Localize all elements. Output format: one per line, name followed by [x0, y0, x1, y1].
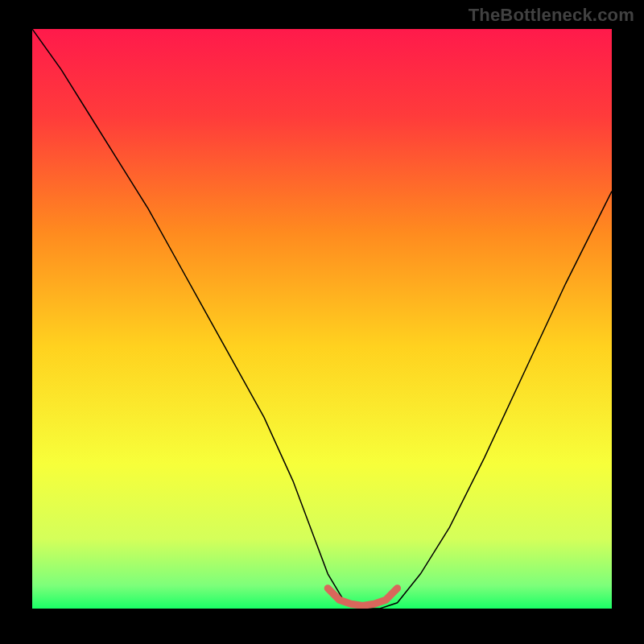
- watermark-label: TheBottleneck.com: [469, 5, 634, 26]
- bottleneck-chart: [32, 29, 612, 609]
- plot-background: [32, 29, 612, 609]
- chart-frame: TheBottleneck.com: [0, 0, 644, 644]
